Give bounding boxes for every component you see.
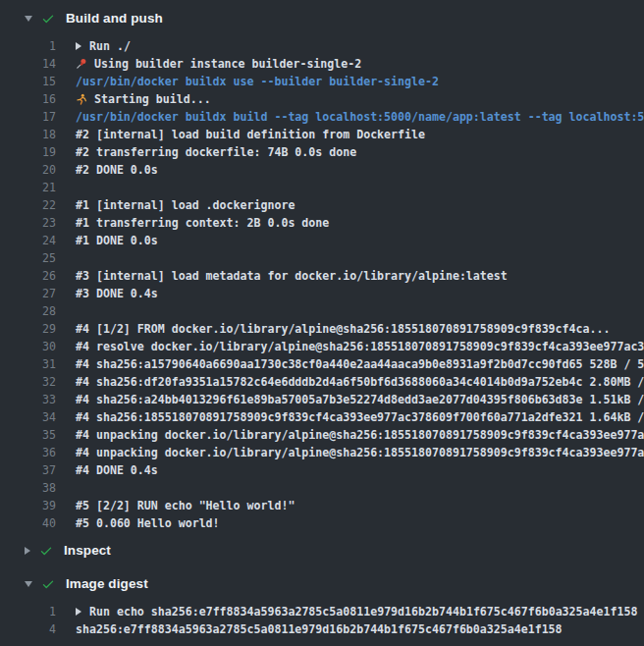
log-line-content: #1 DONE 0.0s (76, 234, 158, 247)
line-number[interactable]: 33 (0, 393, 56, 406)
log-line-content: #2 DONE 0.0s (76, 163, 158, 177)
log-line-text: #4 sha256:a15790640a6690aa1730c38cf0a440… (76, 357, 644, 371)
line-number[interactable]: 16 (0, 92, 56, 106)
line-number[interactable]: 24 (0, 234, 56, 247)
log-lines: 1 Run ./ 14 Using builder instance build… (0, 37, 644, 532)
log-line: 25 (0, 249, 644, 267)
chevron-down-icon[interactable] (25, 581, 32, 587)
log-line-content: #1 [internal] load .dockerignore (76, 198, 295, 212)
log-line: 21 (0, 179, 644, 196)
log-line-content: /usr/bin/docker buildx use --builder bui… (76, 75, 439, 88)
step-header[interactable]: Inspect (0, 542, 644, 559)
log-line-content: #4 unpacking docker.io/library/alpine@sh… (76, 428, 644, 442)
log-line: 23 #1 transferring context: 2B 0.0s done (0, 214, 644, 232)
line-number[interactable]: 17 (0, 110, 56, 124)
line-number[interactable]: 20 (0, 163, 56, 177)
line-number[interactable]: 37 (0, 463, 56, 477)
log-line-text: #4 unpacking docker.io/library/alpine@sh… (76, 428, 644, 442)
line-number[interactable]: 19 (0, 145, 56, 159)
log-line-content: #4 sha256:185518070891758909c9f839cf4ca3… (76, 410, 644, 424)
log-line-text: #2 DONE 0.0s (76, 163, 158, 177)
pushpin-icon (76, 58, 87, 70)
line-number[interactable]: 14 (0, 57, 56, 71)
log-line-content: #4 sha256:a15790640a6690aa1730c38cf0a440… (76, 357, 644, 371)
log-line-text: /usr/bin/docker buildx use --builder bui… (76, 75, 439, 88)
log-line-content: sha256:e7ff8834a5963a2785c5a0811e979d16b… (76, 622, 563, 636)
log-line: 1 Run ./ (0, 37, 644, 55)
log-line-text: #4 [1/2] FROM docker.io/library/alpine@s… (76, 322, 610, 336)
line-number[interactable]: 27 (0, 287, 56, 300)
log-line-text: #3 [internal] load metadata for docker.i… (76, 269, 508, 283)
line-number[interactable]: 38 (0, 481, 56, 495)
log-line-content: #4 DONE 0.4s (76, 463, 158, 477)
line-number[interactable]: 4 (0, 622, 56, 636)
log-line-content: Run ./ (76, 39, 131, 53)
log-line-text: #4 resolve docker.io/library/alpine@sha2… (76, 340, 644, 353)
log-line-text: #1 DONE 0.0s (76, 234, 158, 247)
log-line-content: #5 0.060 Hello world! (76, 516, 220, 530)
line-number[interactable]: 26 (0, 269, 56, 283)
log-line-text: sha256:e7ff8834a5963a2785c5a0811e979d16b… (76, 622, 563, 636)
log-line: 37 #4 DONE 0.4s (0, 461, 644, 479)
line-number[interactable]: 15 (0, 75, 56, 88)
step-header[interactable]: Build and push (0, 10, 644, 27)
check-icon (39, 544, 53, 558)
log-line: 36 #4 unpacking docker.io/library/alpine… (0, 444, 644, 461)
log-line: 31 #4 sha256:a15790640a6690aa1730c38cf0a… (0, 355, 644, 373)
expand-group-icon[interactable] (76, 42, 81, 50)
log-line: 35 #4 unpacking docker.io/library/alpine… (0, 426, 644, 444)
step-title: Image digest (66, 576, 148, 591)
log-line: 16 Starting build... (0, 90, 644, 108)
line-number[interactable]: 31 (0, 357, 56, 371)
check-icon (41, 577, 55, 591)
line-number[interactable]: 35 (0, 428, 56, 442)
log-line-text: #1 transferring context: 2B 0.0s done (76, 216, 329, 230)
line-number[interactable]: 29 (0, 322, 56, 336)
chevron-right-icon[interactable] (25, 547, 30, 555)
log-line: 29 #4 [1/2] FROM docker.io/library/alpin… (0, 320, 644, 338)
line-number[interactable]: 25 (0, 251, 56, 265)
log-line: 40 #5 0.060 Hello world! (0, 514, 644, 532)
log-lines: 1 Run echo sha256:e7ff8834a5963a2785c5a0… (0, 603, 644, 638)
step-header[interactable]: Image digest (0, 575, 644, 592)
line-number[interactable]: 21 (0, 181, 56, 194)
line-number[interactable]: 32 (0, 375, 56, 389)
log-line: 33 #4 sha256:a24bb4013296f61e89ba57005a7… (0, 391, 644, 408)
expand-group-icon[interactable] (76, 608, 81, 616)
log-line-content: #4 resolve docker.io/library/alpine@sha2… (76, 340, 644, 353)
log-section-build-and-push: Build and push 1 Run ./ 14 Using builder… (0, 10, 644, 532)
log-line: 17 /usr/bin/docker buildx build --tag lo… (0, 108, 644, 126)
log-line-text: #5 0.060 Hello world! (76, 516, 220, 530)
chevron-down-icon[interactable] (25, 16, 32, 22)
log-line-text: #5 [2/2] RUN echo "Hello world!" (76, 499, 295, 512)
check-icon (41, 12, 55, 26)
log-line-content: #2 transferring dockerfile: 74B 0.0s don… (76, 145, 356, 159)
line-number[interactable]: 23 (0, 216, 56, 230)
log-line: 20 #2 DONE 0.0s (0, 161, 644, 179)
runner-icon (76, 93, 87, 105)
log-line-content: #5 [2/2] RUN echo "Hello world!" (76, 499, 295, 512)
log-line-content: #2 [internal] load build definition from… (76, 128, 425, 141)
log-line-text: Run ./ (89, 39, 131, 53)
log-line: 18 #2 [internal] load build definition f… (0, 126, 644, 143)
line-number[interactable]: 40 (0, 516, 56, 530)
line-number[interactable]: 30 (0, 340, 56, 353)
actions-log-viewer: Build and push 1 Run ./ 14 Using builder… (0, 0, 644, 638)
line-number[interactable]: 18 (0, 128, 56, 141)
log-line-text: Run echo sha256:e7ff8834a5963a2785c5a081… (89, 605, 637, 619)
log-line: 19 #2 transferring dockerfile: 74B 0.0s … (0, 143, 644, 161)
log-line-text: #4 unpacking docker.io/library/alpine@sh… (76, 446, 644, 459)
log-line-content: #4 [1/2] FROM docker.io/library/alpine@s… (76, 322, 610, 336)
line-number[interactable]: 28 (0, 304, 56, 318)
log-line: 14 Using builder instance builder-single… (0, 55, 644, 73)
line-number[interactable]: 22 (0, 198, 56, 212)
line-number[interactable]: 39 (0, 499, 56, 512)
line-number[interactable]: 36 (0, 446, 56, 459)
log-line-content: #1 transferring context: 2B 0.0s done (76, 216, 329, 230)
line-number[interactable]: 1 (0, 605, 56, 619)
line-number[interactable]: 34 (0, 410, 56, 424)
line-number[interactable]: 1 (0, 39, 56, 53)
log-line: 27 #3 DONE 0.4s (0, 285, 644, 302)
log-line-text: Starting build... (94, 92, 211, 106)
log-line-text: #4 sha256:a24bb4013296f61e89ba57005a7b3e… (76, 393, 644, 406)
